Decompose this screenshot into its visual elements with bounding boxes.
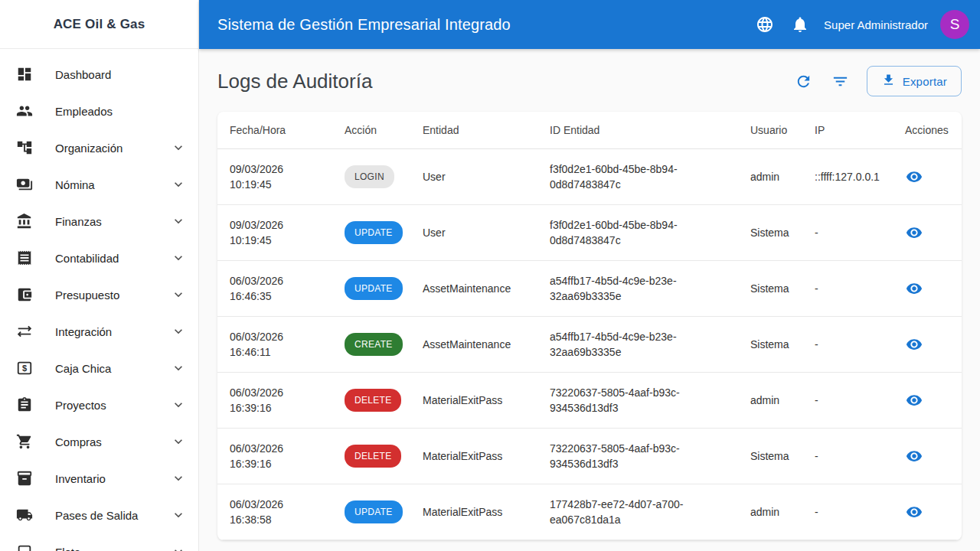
refresh-icon[interactable] (789, 66, 819, 96)
export-button[interactable]: Exportar (867, 66, 962, 96)
sidebar-item-dashboard[interactable]: Dashboard (0, 56, 198, 93)
sidebar-item-contabilidad[interactable]: Contabilidad (0, 240, 198, 276)
log-entity: User (410, 149, 537, 205)
eye-icon (906, 448, 923, 465)
view-log-button[interactable] (905, 503, 923, 521)
log-entity: User (410, 205, 537, 261)
log-entity: AssetMaintenance (410, 317, 537, 373)
sidebar-item-label: Flota (55, 546, 171, 551)
sidebar-item-empleados[interactable]: Empleados (0, 93, 198, 129)
sidebar-nav: Dashboard Empleados Organización (0, 49, 198, 551)
table-row: 06/03/2026 16:39:16 DELETE MaterialExitP… (217, 373, 962, 429)
sidebar-item-compras[interactable]: Compras (0, 423, 198, 460)
sidebar-item-caja-chica[interactable]: $ Caja Chica (0, 350, 198, 386)
truck-icon (15, 506, 34, 524)
avatar[interactable]: S (940, 10, 969, 39)
main-area: Sistema de Gestión Empresarial Integrado… (199, 0, 980, 551)
sidebar-item-nomina[interactable]: Nómina (0, 166, 198, 203)
log-user: Sistema (738, 205, 802, 261)
brand-title: ACE Oil & Gas (0, 0, 198, 49)
fleet-icon (15, 543, 34, 551)
action-badge: UPDATE (345, 277, 403, 300)
log-time: 10:19:45 (230, 177, 320, 192)
action-badge: UPDATE (345, 500, 403, 523)
log-date: 09/03/2026 (230, 161, 320, 177)
audit-log-table-card: Fecha/Hora Acción Entidad ID Entidad Usu… (217, 112, 962, 540)
user-name: Super Administrador (824, 18, 928, 31)
chevron-down-icon (171, 287, 186, 302)
log-user: admin (738, 484, 802, 540)
eye-icon (906, 224, 923, 241)
log-date: 06/03/2026 (230, 441, 320, 456)
log-user: Sistema (738, 429, 802, 484)
chevron-down-icon (171, 214, 186, 229)
audit-log-table: Fecha/Hora Acción Entidad ID Entidad Usu… (217, 112, 962, 540)
sidebar-item-proyectos[interactable]: Proyectos (0, 386, 198, 423)
sidebar-item-finanzas[interactable]: Finanzas (0, 203, 198, 240)
sidebar-item-label: Proyectos (55, 399, 171, 412)
column-header: ID Entidad (537, 112, 738, 149)
chevron-down-icon (171, 434, 186, 449)
chevron-down-icon (171, 324, 186, 339)
sidebar-item-label: Organización (55, 142, 171, 155)
eye-icon (906, 280, 923, 297)
column-header: Usuario (738, 112, 802, 149)
action-badge: DELETE (345, 389, 401, 412)
filter-icon[interactable] (825, 66, 856, 96)
sidebar-item-label: Finanzas (55, 215, 171, 228)
cart-icon (15, 432, 34, 451)
log-entity-id: 73220637-5805-4aaf-b93c-934536d13df3 (537, 429, 738, 484)
view-log-button[interactable] (905, 168, 923, 186)
log-time: 16:46:35 (230, 289, 320, 304)
view-log-button[interactable] (905, 223, 923, 242)
sidebar-item-inventario[interactable]: Inventario (0, 460, 198, 497)
eye-icon (906, 168, 923, 185)
view-log-button[interactable] (905, 335, 923, 354)
chevron-down-icon (171, 360, 186, 376)
view-log-button[interactable] (905, 279, 923, 298)
log-user: admin (738, 373, 802, 429)
column-header: Entidad (410, 112, 537, 149)
chevron-down-icon (171, 250, 186, 266)
eye-icon (906, 392, 923, 409)
bell-icon[interactable] (782, 7, 818, 42)
svg-text:$: $ (22, 364, 27, 373)
sidebar-item-label: Presupuesto (55, 289, 171, 302)
log-time: 16:46:11 (230, 344, 320, 360)
log-user: admin (738, 149, 802, 205)
table-header-row: Fecha/Hora Acción Entidad ID Entidad Usu… (217, 112, 962, 149)
log-entity-id: a54ffb17-4b5d-4c9e-b23e-32aa69b3335e (537, 261, 738, 317)
sidebar-item-label: Caja Chica (55, 362, 171, 375)
view-log-button[interactable] (905, 447, 923, 465)
log-ip: - (802, 373, 893, 429)
download-icon (881, 73, 896, 90)
sidebar-item-label: Contabilidad (55, 252, 171, 265)
page-title: Logs de Auditoría (217, 70, 789, 93)
table-row: 06/03/2026 16:39:16 DELETE MaterialExitP… (217, 429, 962, 484)
sidebar: ACE Oil & Gas Dashboard Empleados (0, 0, 199, 551)
bank-icon (15, 212, 34, 230)
chevron-down-icon (171, 544, 186, 551)
sidebar-item-presupuesto[interactable]: Presupuesto (0, 276, 198, 313)
topbar: Sistema de Gestión Empresarial Integrado… (199, 0, 980, 49)
page-actions: Exportar (789, 66, 962, 96)
log-entity: AssetMaintenance (410, 261, 537, 317)
sidebar-item-flota[interactable]: Flota (0, 533, 198, 551)
log-entity-id: 177428b7-ee72-4d07-a700-ea067c81da1a (537, 484, 738, 540)
globe-icon[interactable] (747, 7, 782, 42)
payments-icon (15, 175, 34, 194)
sidebar-item-label: Nómina (55, 178, 171, 191)
chevron-down-icon (171, 507, 186, 523)
sidebar-item-organizacion[interactable]: Organización (0, 129, 198, 166)
sidebar-item-integracion[interactable]: Integración (0, 313, 198, 350)
table-row: 06/03/2026 16:46:35 UPDATE AssetMaintena… (217, 261, 962, 317)
view-log-button[interactable] (905, 391, 923, 409)
chevron-down-icon (171, 177, 186, 192)
action-badge: CREATE (345, 333, 403, 356)
table-row: 06/03/2026 16:38:58 UPDATE MaterialExitP… (217, 484, 962, 540)
sidebar-item-label: Pases de Salida (55, 509, 171, 522)
log-entity-id: f3f0d2e1-60bd-45be-8b94-0d8d7483847c (537, 205, 738, 261)
log-entity-id: f3f0d2e1-60bd-45be-8b94-0d8d7483847c (537, 149, 738, 205)
sidebar-item-pases-de-salida[interactable]: Pases de Salida (0, 497, 198, 533)
action-badge: LOGIN (345, 165, 394, 188)
